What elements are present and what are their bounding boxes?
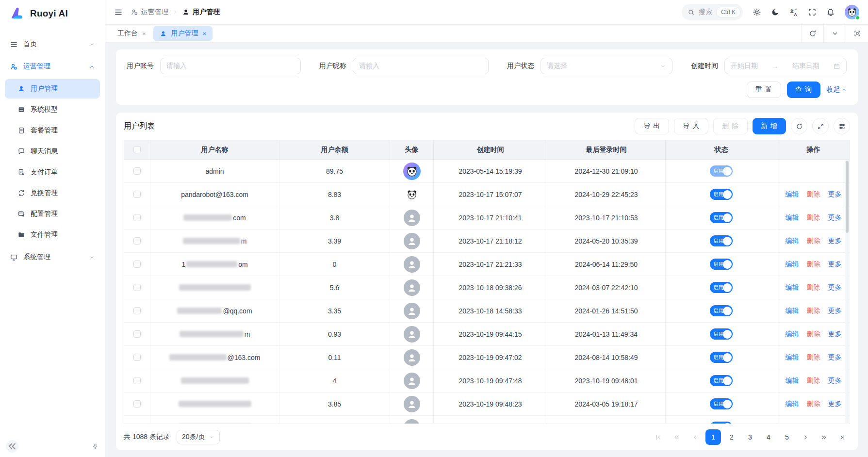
page-5[interactable]: 5 bbox=[779, 429, 795, 445]
first-page-icon[interactable] bbox=[650, 429, 666, 445]
delete-link[interactable]: 删除 bbox=[807, 376, 820, 385]
user-status-select[interactable]: 请选择 bbox=[540, 58, 672, 74]
row-checkbox[interactable] bbox=[133, 424, 141, 424]
more-link[interactable]: 更多 bbox=[828, 283, 842, 292]
chevron-down-icon[interactable] bbox=[823, 25, 846, 42]
row-checkbox[interactable] bbox=[133, 237, 141, 245]
status-toggle[interactable]: 启用 bbox=[710, 259, 733, 270]
more-link[interactable]: 更多 bbox=[828, 213, 842, 222]
status-toggle[interactable]: 启用 bbox=[710, 282, 733, 293]
content-fullscreen-icon[interactable] bbox=[846, 25, 868, 42]
sidebar-item-运营管理[interactable]: 运营管理 bbox=[5, 55, 100, 78]
delete-button[interactable]: 删 除 bbox=[713, 118, 748, 134]
search-button[interactable]: 查 询 bbox=[787, 82, 820, 98]
sidebar-item-配置管理[interactable]: 配置管理 bbox=[5, 204, 100, 224]
collapse-filter-link[interactable]: 收起 bbox=[826, 85, 847, 94]
reset-button[interactable]: 重 置 bbox=[747, 82, 781, 98]
more-link[interactable]: 更多 bbox=[828, 400, 842, 408]
edit-link[interactable]: 编辑 bbox=[786, 213, 799, 222]
delete-link[interactable]: 删除 bbox=[807, 400, 820, 408]
import-button[interactable]: 导 入 bbox=[674, 118, 708, 134]
row-checkbox[interactable] bbox=[133, 400, 141, 408]
delete-link[interactable]: 删除 bbox=[807, 307, 820, 315]
sidebar-item-套餐管理[interactable]: 套餐管理 bbox=[5, 121, 100, 140]
sidebar-item-支付订单[interactable]: 支付订单 bbox=[5, 163, 100, 182]
status-toggle[interactable]: 启用 bbox=[710, 398, 733, 409]
more-link[interactable]: 更多 bbox=[828, 237, 842, 245]
status-toggle[interactable]: 启用 bbox=[710, 212, 733, 223]
page-3[interactable]: 3 bbox=[742, 429, 758, 445]
delete-link[interactable]: 删除 bbox=[807, 237, 820, 245]
more-link[interactable]: 更多 bbox=[828, 423, 842, 424]
edit-link[interactable]: 编辑 bbox=[786, 330, 799, 339]
select-all-checkbox[interactable] bbox=[133, 146, 141, 153]
edit-link[interactable]: 编辑 bbox=[786, 400, 799, 408]
delete-link[interactable]: 删除 bbox=[807, 283, 820, 292]
prev-page-icon[interactable] bbox=[687, 429, 703, 445]
close-icon[interactable]: × bbox=[142, 30, 146, 37]
tab-user-management[interactable]: 用户管理 × bbox=[153, 26, 213, 41]
fullscreen-icon[interactable] bbox=[808, 8, 817, 16]
edit-link[interactable]: 编辑 bbox=[786, 423, 799, 424]
prev-jump-icon[interactable] bbox=[669, 429, 684, 445]
sidebar-item-聊天消息[interactable]: 聊天消息 bbox=[5, 142, 100, 161]
edit-link[interactable]: 编辑 bbox=[786, 190, 799, 199]
sidebar-collapse-icon[interactable] bbox=[6, 440, 18, 453]
more-link[interactable]: 更多 bbox=[828, 307, 842, 315]
more-link[interactable]: 更多 bbox=[828, 190, 842, 199]
user-avatar[interactable] bbox=[845, 5, 859, 19]
delete-link[interactable]: 删除 bbox=[807, 353, 820, 362]
page-4[interactable]: 4 bbox=[761, 429, 776, 445]
status-toggle[interactable]: 启用 bbox=[710, 422, 733, 424]
row-checkbox[interactable] bbox=[133, 261, 141, 268]
breadcrumb-user-management[interactable]: 用户管理 bbox=[182, 8, 220, 16]
sidebar-item-文件管理[interactable]: 文件管理 bbox=[5, 225, 100, 245]
next-jump-icon[interactable] bbox=[816, 429, 832, 445]
row-checkbox[interactable] bbox=[133, 307, 141, 314]
date-range-picker[interactable]: 开始日期 → 结束日期 bbox=[724, 58, 847, 74]
more-link[interactable]: 更多 bbox=[828, 376, 842, 385]
scrollbar-thumb[interactable] bbox=[846, 161, 849, 233]
notifications-bell-icon[interactable] bbox=[826, 8, 835, 16]
delete-link[interactable]: 删除 bbox=[807, 423, 820, 424]
tab-workbench[interactable]: 工作台 × bbox=[111, 25, 152, 42]
expand-table-icon[interactable] bbox=[812, 118, 829, 134]
row-checkbox[interactable] bbox=[133, 191, 141, 198]
sidebar-item-首页[interactable]: 首页 bbox=[5, 33, 100, 55]
next-page-icon[interactable] bbox=[798, 429, 813, 445]
row-checkbox[interactable] bbox=[133, 377, 141, 384]
status-toggle[interactable]: 启用 bbox=[710, 235, 733, 246]
language-translate-icon[interactable]: 文A bbox=[789, 8, 798, 16]
breadcrumb-operations[interactable]: 运营管理 bbox=[131, 8, 168, 16]
column-settings-grid-icon[interactable] bbox=[834, 118, 850, 134]
sidebar-item-用户管理[interactable]: 用户管理 bbox=[5, 79, 100, 98]
sidebar-item-系统模型[interactable]: 系统模型 bbox=[5, 100, 100, 119]
row-checkbox[interactable] bbox=[133, 330, 141, 338]
delete-link[interactable]: 删除 bbox=[807, 260, 820, 269]
status-toggle[interactable]: 启用 bbox=[710, 352, 733, 363]
edit-link[interactable]: 编辑 bbox=[786, 237, 799, 245]
page-1[interactable]: 1 bbox=[705, 429, 721, 445]
edit-link[interactable]: 编辑 bbox=[786, 260, 799, 269]
refresh-icon[interactable] bbox=[801, 25, 823, 42]
export-button[interactable]: 导 出 bbox=[635, 118, 669, 134]
status-toggle[interactable]: 启用 bbox=[710, 328, 733, 340]
last-page-icon[interactable] bbox=[835, 429, 850, 445]
refresh-table-icon[interactable] bbox=[791, 118, 807, 134]
edit-link[interactable]: 编辑 bbox=[786, 376, 799, 385]
global-search[interactable]: 搜索 Ctrl K bbox=[682, 4, 743, 20]
settings-gear-icon[interactable] bbox=[753, 8, 761, 16]
sidebar-item-系统管理[interactable]: 系统管理 bbox=[5, 246, 100, 268]
status-toggle[interactable]: 启用 bbox=[710, 305, 733, 316]
sidebar-item-兑换管理[interactable]: 兑换管理 bbox=[5, 183, 100, 203]
status-toggle[interactable]: 启用 bbox=[710, 165, 733, 177]
table-scrollbar[interactable] bbox=[845, 160, 849, 423]
add-button[interactable]: 新 增 bbox=[753, 118, 786, 134]
edit-link[interactable]: 编辑 bbox=[786, 307, 799, 315]
user-nickname-input[interactable]: 请输入 bbox=[353, 58, 489, 74]
row-checkbox[interactable] bbox=[133, 167, 141, 175]
more-link[interactable]: 更多 bbox=[828, 353, 842, 362]
user-account-input[interactable]: 请输入 bbox=[160, 58, 301, 74]
dark-mode-moon-icon[interactable] bbox=[771, 8, 780, 16]
row-checkbox[interactable] bbox=[133, 284, 141, 291]
